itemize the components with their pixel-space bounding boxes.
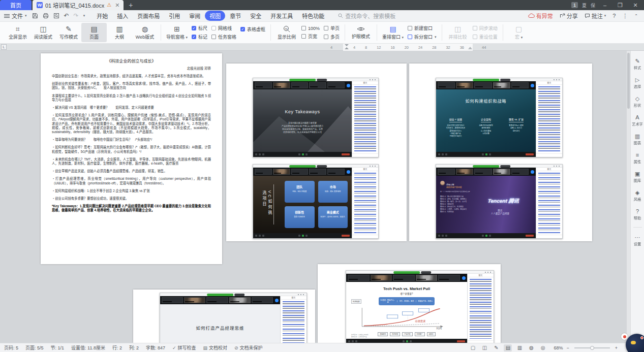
home-tab[interactable]: 首页 <box>0 0 32 10</box>
table-frame-checkbox[interactable]: ✓表格虚框 <box>240 26 265 33</box>
rail-item-wordart[interactable]: A艺术字 <box>631 114 643 126</box>
right-indent-marker[interactable] <box>468 47 472 49</box>
rail-item-styles[interactable]: ✎样式 <box>633 58 641 70</box>
ruler-checkbox[interactable]: ✓标尺 <box>192 25 207 31</box>
menu-item-dev-tools[interactable]: 开发工具 <box>266 11 297 21</box>
status-stat[interactable]: 字数: 847 <box>146 344 165 351</box>
rail-item-properties[interactable]: ≡属性 <box>633 152 641 164</box>
web-layout-button[interactable]: ◍Web版式 <box>132 23 158 42</box>
first-line-indent-marker[interactable] <box>345 44 349 46</box>
status-eye-mode-icon[interactable]: ◎ <box>539 344 547 351</box>
collaborator-label[interactable]: 保 <box>591 2 595 9</box>
window-restore-button[interactable]: ❐ <box>615 0 626 10</box>
zoom-100-button[interactable]: 100% <box>301 26 320 31</box>
cloud-sync-button[interactable]: 有异常 <box>528 12 553 20</box>
horizontal-ruler[interactable]: L 4 4812162024283236 44 <box>0 44 644 51</box>
menu-item-view-active[interactable]: 视图 <box>205 11 225 21</box>
zoom-percent-label[interactable]: 68% <box>554 345 563 350</box>
rail-item-shapes[interactable]: ◇形状 <box>633 95 641 108</box>
quickbar-more-icon[interactable]: ▾ <box>83 14 85 18</box>
tab-stop-selector[interactable]: L <box>1 44 7 50</box>
rail-item-select[interactable]: ▷选择 <box>633 77 641 89</box>
status-stat[interactable]: 页码: 5 <box>4 344 18 351</box>
status-page-mode-icon[interactable]: ▤ <box>504 344 512 351</box>
reading-layout-button[interactable]: ◫阅读版式 <box>30 23 56 42</box>
command-search-input[interactable]: 查找命令、搜索模板 <box>338 12 395 20</box>
document-page-5[interactable]: Tech Push vs. Market Pull 哪个更重要? 经济规模 5G… <box>318 264 501 343</box>
menu-item-start[interactable]: 开始 <box>92 11 112 21</box>
status-fullscreen-icon[interactable]: ▢ <box>469 344 477 351</box>
fullscreen-button[interactable]: ⌗全屏显示 <box>5 23 30 42</box>
collaborator-label[interactable]: 夏 <box>582 2 587 9</box>
page-view-button[interactable]: ▤页面 <box>81 23 107 42</box>
new-window-button[interactable]: 新建窗口 <box>408 25 437 31</box>
document-tab[interactable]: W 01 培训笔记_0415.docx ⚠ ✕ <box>33 0 124 10</box>
outline-view-button[interactable]: ▥大纲 <box>107 23 132 42</box>
print-icon[interactable] <box>43 13 49 19</box>
status-stat[interactable]: 页面: 5/5 <box>25 344 44 351</box>
task-pane-button[interactable]: 任务窗格 <box>211 34 236 40</box>
menu-item-security[interactable]: 安全 <box>246 11 266 21</box>
vertical-scrollbar[interactable] <box>627 51 630 343</box>
status-stat[interactable]: 行: 2 <box>112 344 122 351</box>
nav-pane-button[interactable]: ⊞导航窗格 ▾ <box>164 23 190 42</box>
redo-icon[interactable]: ↷ <box>74 12 79 19</box>
rail-item-help[interactable]: ?帮助 <box>633 208 641 220</box>
document-page-2[interactable]: Key Takeaways 发现问题比解决问题能力更重要产品经理思维是创业者/早… <box>226 63 407 241</box>
document-page-3[interactable]: 如何构建组织和战略 创业 ≠ 创意 创业不等于好想法执行先有想法→聚焦商业机会要… <box>409 63 592 241</box>
print-preview-icon[interactable] <box>53 13 59 19</box>
new-tab-button[interactable]: + <box>129 0 133 10</box>
single-page-button[interactable]: 单页 <box>324 25 340 31</box>
gridlines-checkbox[interactable]: 网格线 <box>211 25 236 31</box>
protect-button[interactable]: ⊘文档未保护 <box>234 344 263 351</box>
rail-item-chart[interactable]: ▥图表 <box>633 133 641 145</box>
window-minimize-button[interactable]: – <box>599 0 610 10</box>
multi-page-button[interactable]: 多页 <box>324 34 340 40</box>
writing-mode-button[interactable]: ✎写作模式 <box>56 23 81 42</box>
more-menu-button[interactable]: ⋮ <box>622 13 628 19</box>
share-button[interactable]: 分享 <box>560 12 578 20</box>
status-outline-mode-icon[interactable]: ▥ <box>515 344 524 351</box>
status-stat[interactable]: 节: 1/1 <box>51 344 65 351</box>
status-write-mode-icon[interactable]: ✎ <box>492 344 500 351</box>
hanging-indent-marker[interactable] <box>345 47 349 49</box>
rearrange-window-button[interactable]: ▤重排窗口 ▾ <box>380 23 406 42</box>
eye-protect-button[interactable]: 护眼模式 <box>348 23 374 42</box>
status-stat[interactable]: 设置值: 11.8厘米 <box>71 344 105 351</box>
rail-item-gallery[interactable]: ▣图库 <box>633 171 641 183</box>
zoom-ratio-button[interactable]: % 显示比例 <box>274 23 299 42</box>
menu-item-review[interactable]: 审阅 <box>185 11 205 21</box>
document-page-4[interactable]: 如何打造产品经理思维 商业嗅觉用户导向用户体验排序与取舍宏观与微观 聊天 <box>133 290 315 343</box>
zoom-in-button[interactable]: + <box>615 345 618 350</box>
rail-item-settings[interactable]: ⋯设置 <box>633 234 641 246</box>
document-canvas[interactable]: 《科技企业的创立与成长》 北极光创投 邓锋 中国创新创业生态：市场需求大，政策支… <box>0 51 630 343</box>
window-close-button[interactable]: ✕ <box>630 0 641 10</box>
menu-item-features[interactable]: 特色功能 <box>297 11 329 21</box>
menu-item-insert[interactable]: 插入 <box>112 11 133 21</box>
page-width-button[interactable]: 页宽 <box>301 33 320 40</box>
menu-item-page-layout[interactable]: 页面布局 <box>133 11 164 21</box>
status-stat[interactable]: 列: 2 <box>129 344 139 351</box>
file-menu[interactable]: 文件 ▾ <box>0 12 32 20</box>
comment-button[interactable]: 批注 ▾ <box>585 12 606 20</box>
rail-item-style[interactable]: ◈风格 <box>633 189 641 202</box>
split-window-button[interactable]: 拆分窗口 ▾ <box>408 34 437 40</box>
undo-icon[interactable]: ↶ <box>64 12 69 19</box>
zoom-slider-knob[interactable] <box>590 346 594 350</box>
menu-item-references[interactable]: 引用 <box>164 11 185 21</box>
status-read-mode-icon[interactable]: ◫ <box>480 344 488 351</box>
spellcheck-button[interactable]: ✓拼写检查 <box>172 344 196 351</box>
save-icon[interactable] <box>32 13 38 19</box>
tab-close-icon[interactable]: ✕ <box>115 2 119 9</box>
help-button[interactable]: ? <box>612 13 616 19</box>
zoom-slider[interactable] <box>574 347 610 348</box>
menu-item-section[interactable]: 章节 <box>225 11 246 21</box>
collapse-ribbon-button[interactable]: ⌃ <box>634 14 638 18</box>
document-page-1[interactable]: 《科技企业的创立与成长》 北极光创投 邓锋 中国创新创业生态：市场需求大，政策支… <box>41 53 222 264</box>
status-web-mode-icon[interactable]: ◍ <box>527 344 535 351</box>
markup-checkbox[interactable]: ✓标记 <box>192 34 207 40</box>
scrollbar-thumb[interactable] <box>627 53 630 109</box>
proofread-button[interactable]: ▤文档校对 <box>203 344 228 351</box>
notification-badge[interactable]: 1 <box>571 2 578 8</box>
zoom-out-button[interactable]: − <box>566 345 569 350</box>
